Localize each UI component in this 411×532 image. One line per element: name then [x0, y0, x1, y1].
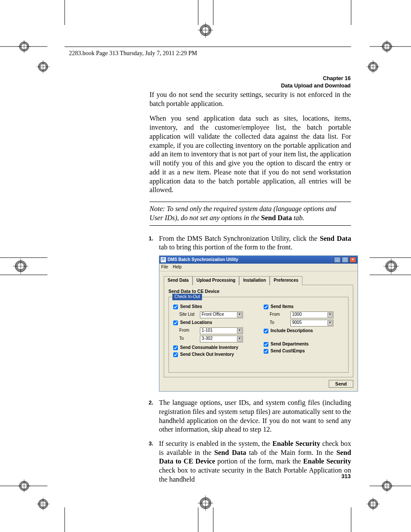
checkbox-send-departments[interactable]: Send Departments: [264, 342, 344, 347]
book-header-line: 2283.book Page 313 Thursday, July 7, 201…: [69, 50, 197, 57]
step-text: check box to activate security in the Ba…: [159, 467, 351, 483]
loc-from-value: 1-101: [202, 328, 213, 333]
section-title: Send Data to CE Device: [168, 289, 349, 294]
app-window: IT DMS Batch Synchronization Utility _ □…: [159, 255, 358, 392]
checkbox-send-consumable[interactable]: Send Consumable Inventory: [173, 345, 253, 351]
menubar: File Help: [159, 264, 358, 271]
item-from-value: 1000: [292, 312, 302, 317]
step-bold: Enable Security: [303, 457, 351, 465]
step-bold: Send Data: [214, 449, 246, 457]
svg-point-17: [21, 44, 27, 50]
svg-point-33: [17, 263, 24, 270]
loc-to-label: To: [179, 336, 200, 342]
loc-from-select[interactable]: 1-101▼: [200, 327, 243, 334]
tab-installation[interactable]: Installation: [239, 276, 270, 285]
chapter-label: Chapter 16: [281, 75, 351, 82]
loc-to-select[interactable]: 3-302▼: [200, 336, 243, 342]
step-number: 2.: [149, 399, 153, 407]
send-items-label: Send Items: [271, 304, 293, 310]
svg-point-36: [386, 261, 397, 272]
button-row: Send: [159, 377, 358, 391]
send-checkout-label: Send Check Out Inventory: [180, 352, 234, 358]
send-sites-label: Send Sites: [180, 304, 202, 310]
svg-point-21: [40, 64, 46, 70]
checkbox-send-sites[interactable]: Send Sites: [173, 304, 253, 310]
send-departments-checkbox[interactable]: [264, 342, 268, 347]
row-item-to: To 9005▼: [270, 320, 344, 327]
step-number: 1.: [149, 235, 153, 243]
chevron-down-icon: ▼: [237, 328, 242, 333]
menu-help[interactable]: Help: [173, 264, 182, 269]
item-to-value: 9005: [292, 320, 302, 326]
send-button[interactable]: Send: [329, 380, 353, 388]
svg-point-44: [38, 499, 48, 509]
send-consumable-label: Send Consumable Inventory: [180, 345, 238, 351]
send-consumable-checkbox[interactable]: [173, 345, 178, 350]
site-list-select[interactable]: Front Office▼: [200, 311, 243, 318]
menu-file[interactable]: File: [161, 264, 168, 269]
send-departments-label: Send Departments: [271, 342, 308, 347]
chevron-down-icon: ▼: [327, 312, 333, 317]
note-bold: Send Data: [261, 214, 292, 222]
loc-from-label: From: [179, 328, 200, 333]
page-number: 313: [341, 473, 351, 479]
svg-point-52: [368, 499, 378, 509]
item-from-select[interactable]: 1000▼: [290, 311, 333, 318]
send-custemps-label: Send Cust\Emps: [271, 348, 305, 354]
close-button[interactable]: ×: [349, 257, 356, 263]
checkbox-send-items[interactable]: Send Items: [264, 304, 344, 310]
row-site-list: Site List Front Office▼: [179, 311, 253, 318]
svg-point-20: [38, 62, 48, 72]
maximize-button[interactable]: □: [342, 257, 349, 263]
tab-preferences[interactable]: Preferences: [270, 276, 302, 285]
svg-point-24: [382, 42, 392, 51]
chapter-title: Data Upload and Download: [281, 82, 351, 90]
titlebar: IT DMS Batch Synchronization Utility _ □…: [159, 256, 358, 264]
send-sites-checkbox[interactable]: [173, 305, 178, 309]
send-locations-checkbox[interactable]: [173, 320, 178, 325]
checkbox-include-desc[interactable]: Include Descriptions: [264, 328, 344, 334]
left-column: Send Sites Site List Front Office▼ Send …: [173, 302, 253, 359]
svg-point-53: [370, 501, 376, 507]
step-list: 1. From the DMS Batch Synchronization Ut…: [149, 234, 351, 484]
checkbox-send-locations[interactable]: Send Locations: [173, 320, 253, 326]
send-locations-label: Send Locations: [180, 320, 212, 326]
send-checkout-checkbox[interactable]: [173, 352, 178, 357]
svg-point-49: [384, 483, 390, 489]
tab-area: Send Data Upload Processing Installation…: [159, 271, 358, 377]
step-number: 3.: [149, 440, 153, 448]
step-bold: Send Data: [320, 235, 351, 243]
svg-point-57: [202, 27, 209, 34]
note-text-suffix: tab.: [292, 214, 305, 222]
note-block: Note: To send only the required system d…: [149, 202, 351, 225]
tab-upload-processing[interactable]: Upload Processing: [193, 276, 240, 285]
checkbox-send-checkout[interactable]: Send Check Out Inventory: [173, 352, 253, 358]
checkbox-send-custemps[interactable]: Send Cust\Emps: [264, 348, 344, 354]
header-rule: [65, 47, 351, 47]
app-icon: IT: [161, 257, 166, 262]
right-column: Send Items From 1000▼ To 9005▼: [264, 302, 344, 359]
svg-point-28: [368, 62, 378, 72]
step-text: From the DMS Batch Synchronization Utili…: [159, 235, 320, 243]
step-3: 3. If security is enabled in the system,…: [149, 439, 351, 484]
send-custemps-checkbox[interactable]: [264, 349, 268, 354]
row-loc-to: To 3-302▼: [179, 336, 253, 342]
item-to-select[interactable]: 9005▼: [290, 320, 333, 327]
svg-point-45: [40, 501, 46, 507]
minimize-button[interactable]: _: [334, 257, 341, 263]
include-desc-checkbox[interactable]: [264, 329, 268, 333]
note-text-prefix: Note: To send only the required system d…: [149, 205, 336, 222]
svg-point-40: [19, 481, 29, 491]
tab-page: Send Data to CE Device Check In-Out Send…: [164, 285, 353, 377]
window-title: DMS Batch Synchronization Utility: [168, 257, 238, 263]
step-text: tab to bring this portion of the form to…: [159, 243, 293, 251]
site-list-value: Front Office: [202, 312, 224, 317]
svg-point-41: [21, 483, 27, 489]
chevron-down-icon: ▼: [237, 312, 242, 317]
svg-point-48: [382, 481, 392, 491]
svg-point-37: [388, 263, 395, 270]
send-items-checkbox[interactable]: [264, 305, 268, 309]
svg-point-29: [370, 64, 376, 70]
tab-send-data[interactable]: Send Data: [164, 276, 193, 285]
step-text: If security is enabled in the system, th…: [159, 440, 272, 448]
